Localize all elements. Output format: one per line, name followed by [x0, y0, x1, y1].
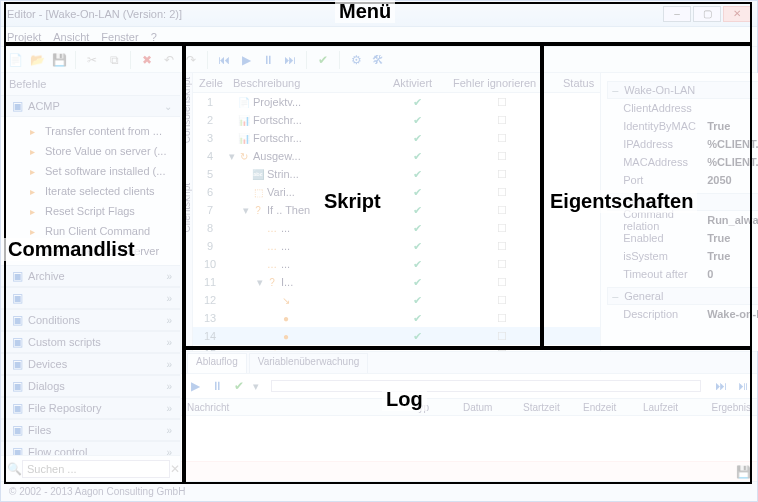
property-group[interactable]: –General: [607, 287, 758, 305]
new-icon[interactable]: 📄: [7, 52, 23, 68]
log-body: [181, 416, 757, 461]
script-row[interactable]: 9 …... ✔ ☐: [193, 237, 600, 255]
folder-icon: ▣: [9, 356, 25, 372]
log-step-icon[interactable]: ⏭: [713, 378, 729, 394]
check-icon[interactable]: ✔: [315, 52, 331, 68]
script-row[interactable]: 12 ↘ ✔ ☐: [193, 291, 600, 309]
col-zeile[interactable]: Zeile: [193, 77, 227, 89]
folder-icon: ▣: [9, 422, 25, 438]
property-row[interactable]: ClientAddress: [607, 99, 758, 117]
menu-help[interactable]: ?: [151, 31, 157, 43]
log-col-end[interactable]: Endzeit: [577, 402, 637, 413]
script-row[interactable]: 13 ● ✔ ☐: [193, 309, 600, 327]
undo-icon[interactable]: ↶: [161, 52, 177, 68]
save-icon[interactable]: 💾: [51, 52, 67, 68]
menu-ansicht[interactable]: Ansicht: [53, 31, 89, 43]
script-row[interactable]: 8 …... ✔ ☐: [193, 219, 600, 237]
accordion-head[interactable]: ▣ Flow control»: [1, 441, 180, 455]
accordion-head[interactable]: ▣ Custom scripts»: [1, 331, 180, 353]
command-icon: ▸: [25, 224, 39, 238]
folder-icon: ▣: [9, 400, 25, 416]
tab-consolenskript[interactable]: Consolenskript: [181, 77, 192, 143]
property-group[interactable]: –Wake-On-LAN: [607, 81, 758, 99]
command-icon: ▸: [25, 184, 39, 198]
log-col-datum[interactable]: Datum: [457, 402, 517, 413]
script-row[interactable]: 7 ▾?If .. Then ✔ ☐: [193, 201, 600, 219]
property-row[interactable]: IdentityByMACTrue: [607, 117, 758, 135]
command-item[interactable]: ▸Transfer content from ...: [1, 121, 180, 141]
menu-projekt[interactable]: Projekt: [7, 31, 41, 43]
log-panel: Ablauflog Variablenüberwachung ▶ ⏸ ✔ ▾ ⏭…: [181, 351, 757, 481]
property-row[interactable]: DescriptionWake-on-LAN: [607, 305, 758, 323]
tab-variablen[interactable]: Variablenüberwachung: [249, 353, 369, 373]
search-input[interactable]: [22, 460, 170, 478]
command-item[interactable]: ▸Iterate selected clients: [1, 181, 180, 201]
tab-clientskript[interactable]: Clientskript: [181, 183, 192, 232]
property-row[interactable]: Port2050: [607, 171, 758, 189]
cut-icon[interactable]: ✂: [84, 52, 100, 68]
command-icon: ▸: [25, 204, 39, 218]
log-pause-icon[interactable]: ⏸: [209, 378, 225, 394]
log-col-ergebnis[interactable]: Ergebnis: [697, 402, 757, 413]
log-save-icon[interactable]: 💾: [735, 464, 751, 480]
accordion-head[interactable]: ▣ Devices»: [1, 353, 180, 375]
script-row[interactable]: 4 ▾↻Ausgew... ✔ ☐: [193, 147, 600, 165]
property-row[interactable]: MACAddress%CLIENT.MacAddre: [607, 153, 758, 171]
overlay-menu: Menü: [335, 0, 395, 23]
search-bar: 🔍 ✕: [1, 455, 180, 481]
open-icon[interactable]: 📂: [29, 52, 45, 68]
log-play-icon[interactable]: ▶: [187, 378, 203, 394]
step-icon[interactable]: ⏭: [282, 52, 298, 68]
overlay-log: Log: [382, 388, 427, 411]
log-col-nachricht[interactable]: Nachricht: [181, 402, 407, 413]
delete-icon[interactable]: ✖: [139, 52, 155, 68]
col-aktiviert[interactable]: Aktiviert: [387, 77, 447, 89]
log-col-start[interactable]: Startzeit: [517, 402, 577, 413]
maximize-button[interactable]: ▢: [693, 6, 721, 22]
step-back-icon[interactable]: ⏮: [216, 52, 232, 68]
redo-icon[interactable]: ↷: [183, 52, 199, 68]
log-check-icon[interactable]: ✔: [231, 378, 247, 394]
property-row[interactable]: Command relationRun_always: [607, 211, 758, 229]
script-row[interactable]: 5 🔤Strin... ✔ ☐: [193, 165, 600, 183]
script-row[interactable]: 14 ● ✔ ☐: [193, 327, 600, 345]
menu-fenster[interactable]: Fenster: [101, 31, 138, 43]
copy-icon[interactable]: ⧉: [106, 52, 122, 68]
property-row[interactable]: IPAddress%CLIENT.PrimaryIP: [607, 135, 758, 153]
script-row[interactable]: 6 ⬚Vari... ✔ ☐: [193, 183, 600, 201]
accordion-head[interactable]: ▣ Conditions»: [1, 309, 180, 331]
script-row[interactable]: 11 ▾?I... ✔ ☐: [193, 273, 600, 291]
accordion-head[interactable]: ▣ Files»: [1, 419, 180, 441]
script-row[interactable]: 10 …... ✔ ☐: [193, 255, 600, 273]
command-icon: ▸: [25, 164, 39, 178]
close-button[interactable]: ✕: [723, 6, 751, 22]
command-icon: ▸: [25, 144, 39, 158]
accordion-head[interactable]: ▣ ACMP⌄: [1, 95, 180, 117]
col-beschreibung[interactable]: Beschreibung: [227, 77, 387, 89]
accordion-head[interactable]: ▣ Dialogs»: [1, 375, 180, 397]
pause-icon[interactable]: ⏸: [260, 52, 276, 68]
tab-ablauflog[interactable]: Ablauflog: [187, 353, 247, 373]
clear-search-icon[interactable]: ✕: [170, 461, 180, 477]
script-row[interactable]: 1 📄Projektv... ✔ ☐: [193, 93, 600, 111]
script-row[interactable]: 3 📊Fortschr... ✔ ☐: [193, 129, 600, 147]
accordion-head[interactable]: ▣ Archive»: [1, 265, 180, 287]
accordion-head[interactable]: ▣ File Repository»: [1, 397, 180, 419]
log-end-icon[interactable]: ⏯: [735, 378, 751, 394]
overlay-eigen: Eigentschaften: [546, 190, 697, 213]
gear-icon[interactable]: ⚙: [348, 52, 364, 68]
play-icon[interactable]: ▶: [238, 52, 254, 68]
col-status[interactable]: Status: [557, 77, 600, 89]
command-item[interactable]: ▸Reset Script Flags: [1, 201, 180, 221]
property-row[interactable]: isSystemTrue: [607, 247, 758, 265]
command-item[interactable]: ▸Store Value on server (...: [1, 141, 180, 161]
property-row[interactable]: Timeout after0: [607, 265, 758, 283]
command-item[interactable]: ▸Set software installed (...: [1, 161, 180, 181]
settings-icon[interactable]: 🛠: [370, 52, 386, 68]
script-row[interactable]: 2 📊Fortschr... ✔ ☐: [193, 111, 600, 129]
minimize-button[interactable]: –: [663, 6, 691, 22]
accordion-head[interactable]: ▣ »: [1, 287, 180, 309]
col-fehler[interactable]: Fehler ignorieren: [447, 77, 557, 89]
log-col-lauf[interactable]: Laufzeit: [637, 402, 697, 413]
property-row[interactable]: EnabledTrue: [607, 229, 758, 247]
